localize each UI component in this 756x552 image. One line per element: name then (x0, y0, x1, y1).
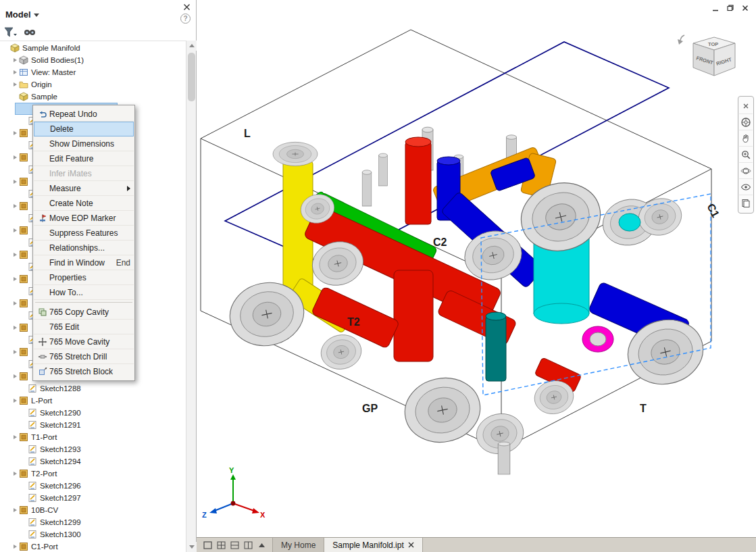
teal-cavity[interactable] (486, 312, 506, 381)
expand-arrow-icon[interactable] (12, 434, 18, 441)
feature-icon (19, 347, 28, 357)
tree-item-sketch1299[interactable]: Sketch1299 (0, 516, 186, 528)
tab-sample-manifold-ipt[interactable]: Sample Manifold.ipt (324, 538, 422, 552)
menu-item-create-note[interactable]: Create Note (34, 196, 134, 211)
menu-item-label: Show Dimensions (49, 139, 114, 149)
expand-arrow-icon[interactable] (12, 228, 18, 234)
tree-item-origin[interactable]: Origin (0, 78, 186, 91)
expand-arrow-icon[interactable] (12, 325, 18, 331)
menu-item-label: Repeat Undo (49, 109, 97, 119)
menu-item-edit-feature[interactable]: Edit Feature (34, 151, 134, 166)
menu-item-765-stretch-block[interactable]: 765 Stretch Block (34, 364, 134, 379)
menu-item-show-dimensions[interactable]: Show Dimensions (34, 136, 134, 151)
menu-item-765-edit[interactable]: 765 Edit (34, 320, 134, 334)
horizontal-views-icon[interactable] (229, 540, 240, 550)
expand-arrow-icon[interactable] (12, 82, 18, 88)
tree-item-sketch1297[interactable]: Sketch1297 (0, 492, 186, 504)
menu-item-765-move-cavity[interactable]: 765 Move Cavity (34, 334, 134, 349)
expand-arrow-icon[interactable] (12, 507, 18, 513)
tree-item-10b-cv[interactable]: 10B-CV (0, 504, 186, 516)
feature-icon (19, 153, 28, 162)
menu-item-765-copy-cavity[interactable]: 765 Copy Cavity (34, 305, 134, 320)
menu-item-delete[interactable]: Delete (34, 122, 134, 136)
viewport-canvas[interactable]: L C2 T2 GP T C1 Y X Z TOP FRONT RIGHT (197, 0, 756, 537)
menu-item-765-stretch-drill[interactable]: 765 Stretch Drill (34, 349, 134, 364)
expand-arrow-icon[interactable] (12, 349, 18, 355)
tree-item-sample[interactable]: Sample (0, 91, 186, 103)
expand-arrow-icon[interactable] (12, 70, 18, 76)
zoom-tool-icon[interactable] (739, 147, 753, 163)
tree-item-l-port[interactable]: L-Port (0, 395, 186, 407)
view-cube[interactable]: TOP FRONT RIGHT (678, 35, 735, 76)
wheel-tool-icon[interactable] (739, 114, 753, 130)
menu-item-label: Properties (49, 273, 86, 282)
scroll-up-icon[interactable] (186, 41, 197, 51)
orbit-tool-icon[interactable] (739, 163, 753, 179)
magenta-ring[interactable] (582, 326, 613, 352)
expand-arrow-icon[interactable] (12, 398, 18, 404)
expand-arrow-icon[interactable] (12, 130, 18, 136)
tree-item-label: Sketch1297 (40, 494, 81, 502)
tree-item-sketch1291[interactable]: Sketch1291 (0, 419, 186, 431)
folder-icon (19, 80, 28, 89)
minimize-button[interactable] (710, 3, 721, 14)
menu-item-find-in-window[interactable]: Find in WindowEnd (34, 255, 134, 270)
close-window-button[interactable] (740, 3, 751, 14)
3d-viewport[interactable]: L C2 T2 GP T C1 Y X Z TOP FRONT RIGHT (197, 0, 756, 537)
expand-arrow-icon[interactable] (12, 252, 18, 258)
menu-item-measure[interactable]: Measure (34, 181, 134, 196)
menu-item-move-eop-marker[interactable]: Move EOP Marker (34, 211, 134, 226)
tree-item-sketch1300[interactable]: Sketch1300 (0, 528, 186, 541)
tree-item-sketch1288[interactable]: Sketch1288 (0, 382, 186, 395)
filter-icon[interactable] (4, 27, 18, 40)
tree-item-sketch1290[interactable]: Sketch1290 (0, 407, 186, 419)
tab-close-icon[interactable] (408, 541, 414, 550)
tree-item-sketch1293[interactable]: Sketch1293 (0, 443, 186, 455)
expand-arrow-icon[interactable] (12, 57, 18, 64)
expand-arrow-icon[interactable] (12, 374, 18, 380)
restore-button[interactable] (725, 3, 736, 14)
feature-icon (19, 396, 28, 405)
help-icon[interactable]: ? (180, 14, 191, 24)
scrollbar-thumb[interactable] (188, 53, 195, 101)
expand-arrow-icon[interactable] (12, 203, 18, 209)
scroll-down-icon[interactable] (186, 542, 197, 552)
expand-arrow-icon[interactable] (12, 301, 18, 307)
tree-item-sketch1296[interactable]: Sketch1296 (0, 480, 186, 492)
panel-close-icon[interactable] (181, 1, 192, 12)
tree-item-label: View: Master (31, 68, 76, 76)
expand-arrow-icon[interactable] (12, 155, 18, 161)
menu-item-relationships[interactable]: Relationships... (34, 241, 134, 255)
four-views-icon[interactable] (216, 540, 226, 550)
tree-item-sketch1294[interactable]: Sketch1294 (0, 455, 186, 468)
tree-item-solid-bodies-1[interactable]: Solid Bodies(1) (0, 54, 186, 66)
pan-tool-icon[interactable] (739, 130, 753, 147)
find-icon[interactable] (23, 27, 36, 40)
pages-tool-icon[interactable] (739, 195, 753, 211)
stretchb-icon (35, 367, 49, 376)
expand-arrow-icon[interactable] (12, 544, 18, 550)
menu-item-how-to[interactable]: How To... (34, 285, 134, 300)
expand-arrow-icon[interactable] (12, 276, 18, 282)
port-label-l: L (244, 128, 251, 139)
menu-item-repeat-undo[interactable]: Repeat Undo (34, 107, 134, 122)
close-tool-icon[interactable] (739, 98, 753, 114)
tree-item-view-master[interactable]: View: Master (0, 66, 186, 78)
expand-icon[interactable] (256, 540, 267, 550)
browser-title-dropdown[interactable]: Model (5, 9, 39, 20)
single-view-icon[interactable] (202, 540, 213, 550)
menu-item-suppress-features[interactable]: Suppress Features (34, 226, 134, 241)
viewcube-top-face: TOP (708, 41, 718, 47)
tab-my-home[interactable]: My Home (273, 538, 324, 552)
tree-item-c1-port[interactable]: C1-Port (0, 541, 186, 552)
tree-item-sample-manifold[interactable]: Sample Manifold (0, 42, 186, 54)
view-layout-buttons (197, 538, 273, 552)
look-tool-icon[interactable] (739, 179, 753, 195)
tree-item-t2-port[interactable]: T2-Port (0, 468, 186, 480)
tree-scrollbar[interactable] (186, 41, 196, 552)
tree-item-t1-port[interactable]: T1-Port (0, 431, 186, 443)
expand-arrow-icon[interactable] (12, 179, 18, 185)
menu-item-properties[interactable]: Properties (34, 270, 134, 285)
expand-arrow-icon[interactable] (12, 471, 18, 477)
vertical-views-icon[interactable] (243, 540, 253, 550)
